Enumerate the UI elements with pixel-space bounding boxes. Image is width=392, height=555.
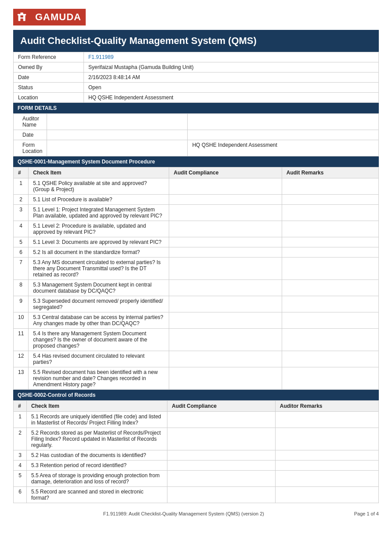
row-compliance xyxy=(169,237,282,247)
form-reference-link[interactable]: F1.911989 xyxy=(88,54,113,60)
row-remarks xyxy=(282,367,378,390)
location-label: Location xyxy=(14,93,84,103)
row-item: 5.4 Has revised document circulated to r… xyxy=(29,351,169,367)
row-compliance xyxy=(167,461,276,471)
row-item: 5.5 Area of storage is providing enough … xyxy=(27,471,167,487)
row-num: 6 xyxy=(14,487,27,503)
table-row: 5 5.5 Area of storage is providing enoug… xyxy=(14,471,379,487)
auditor-name-empty xyxy=(188,114,379,130)
svg-rect-3 xyxy=(20,13,23,15)
section2-col-headers: # Check Item Audit Compliance Auditor Re… xyxy=(14,401,379,412)
form-reference-value: F1.911989 xyxy=(84,52,379,62)
auditor-name-value xyxy=(47,114,188,130)
row-remarks xyxy=(282,296,378,312)
footer: F1.911989: Audit Checklist-Quality Manag… xyxy=(13,511,379,516)
row-compliance xyxy=(167,471,276,487)
row-compliance xyxy=(167,412,276,428)
main-title: Audit Checklist-Quality Management Syste… xyxy=(13,30,379,52)
form-reference-label: Form Reference xyxy=(14,52,84,62)
meta-row-formref: Form Reference F1.911989 xyxy=(14,52,379,62)
row-num: 2 xyxy=(14,195,29,205)
row-item: 5.3 Superseded document removed/ properl… xyxy=(29,296,169,312)
row-remarks xyxy=(282,258,378,280)
form-details-row-date: Date xyxy=(14,130,379,140)
status-label: Status xyxy=(14,83,84,93)
table-row: 5 5.1 Level 3: Documents are approved by… xyxy=(14,237,379,247)
row-remarks xyxy=(282,221,378,237)
row-remarks xyxy=(275,428,378,450)
row-remarks xyxy=(282,280,378,296)
section2-header: QSHE-0002-Control of Records xyxy=(13,390,379,400)
row-num: 3 xyxy=(14,450,27,461)
row-item: 5.2 Records stored as per Masterlist of … xyxy=(27,428,167,450)
form-location-data: HQ QSHE Independent Assessment xyxy=(188,140,379,156)
row-item: 5.3 Central database can be access by in… xyxy=(29,312,169,329)
form-date-label: Date xyxy=(14,130,47,140)
table-row: 4 5.1 Level 2: Procedure is available, u… xyxy=(14,221,379,237)
row-item: 5.5 Record are scanned and stored in ele… xyxy=(27,487,167,503)
section1-table: # Check Item Audit Compliance Audit Rema… xyxy=(13,167,379,390)
table-row: 6 5.5 Record are scanned and stored in e… xyxy=(14,487,379,503)
row-item: 5.1 List of Procedure is available? xyxy=(29,195,169,205)
row-compliance xyxy=(169,258,282,280)
row-compliance xyxy=(169,367,282,390)
row-remarks xyxy=(282,178,378,195)
row-remarks xyxy=(282,205,378,221)
logo-area: GAMUDA xyxy=(13,9,379,25)
row-num: 9 xyxy=(14,296,29,312)
table-row: 9 5.3 Superseded document removed/ prope… xyxy=(14,296,379,312)
row-num: 1 xyxy=(14,178,29,195)
row-remarks xyxy=(275,412,378,428)
row-item: 5.1 Records are uniquely identified (fil… xyxy=(27,412,167,428)
location-value: HQ QSHE Independent Assessment xyxy=(84,93,379,103)
row-compliance xyxy=(169,205,282,221)
svg-rect-4 xyxy=(20,18,24,18)
row-item: 5.1 Level 3: Documents are approved by r… xyxy=(29,237,169,247)
row-num: 3 xyxy=(14,205,29,221)
row-num: 8 xyxy=(14,280,29,296)
row-num: 4 xyxy=(14,461,27,471)
row-num: 11 xyxy=(14,329,29,351)
row-compliance xyxy=(169,329,282,351)
row-remarks xyxy=(282,329,378,351)
row-num: 5 xyxy=(14,471,27,487)
date-value: 2/16/2023 8:48:14 AM xyxy=(84,73,379,83)
status-value: Open xyxy=(84,83,379,93)
row-num: 7 xyxy=(14,258,29,280)
owned-by-value: Syerifaizal Mustapha (Gamuda Building Un… xyxy=(84,62,379,73)
row-remarks xyxy=(282,237,378,247)
row-item: 5.1 QSHE Policy available at site and ap… xyxy=(29,178,169,195)
table-row: 7 5.3 Any MS document circulated to exte… xyxy=(14,258,379,280)
meta-row-location: Location HQ QSHE Independent Assessment xyxy=(14,93,379,103)
row-num: 4 xyxy=(14,221,29,237)
table-row: 1 5.1 QSHE Policy available at site and … xyxy=(14,178,379,195)
col-compliance-2: Audit Compliance xyxy=(167,401,276,412)
row-compliance xyxy=(169,178,282,195)
table-row: 4 5.3 Retention period of record identif… xyxy=(14,461,379,471)
row-compliance xyxy=(169,247,282,258)
row-item: 5.3 Retention period of record identifie… xyxy=(27,461,167,471)
col-remarks-1: Audit Remarks xyxy=(282,167,378,178)
row-num: 6 xyxy=(14,247,29,258)
row-num: 2 xyxy=(14,428,27,450)
row-compliance xyxy=(169,280,282,296)
form-details-row-location: Form Location HQ QSHE Independent Assess… xyxy=(14,140,379,156)
row-item: 5.4 Is there any Management System Docum… xyxy=(29,329,169,351)
auditor-name-label: Auditor Name xyxy=(14,114,47,130)
row-item: 5.5 Revised document has been identified… xyxy=(29,367,169,390)
company-name: GAMUDA xyxy=(35,11,81,23)
row-item: 5.2 Is all document in the standardize f… xyxy=(29,247,169,258)
meta-table: Form Reference F1.911989 Owned By Syerif… xyxy=(13,52,379,103)
col-num-1: # xyxy=(14,167,29,178)
table-row: 1 5.1 Records are uniquely identified (f… xyxy=(14,412,379,428)
section1-col-headers: # Check Item Audit Compliance Audit Rema… xyxy=(14,167,379,178)
row-remarks xyxy=(282,351,378,367)
form-location-label: Form Location xyxy=(14,140,47,156)
row-compliance xyxy=(169,312,282,329)
owned-by-label: Owned By xyxy=(14,62,84,73)
table-row: 6 5.2 Is all document in the standardize… xyxy=(14,247,379,258)
row-item: 5.1 Level 1: Project Integrated Manageme… xyxy=(29,205,169,221)
row-num: 13 xyxy=(14,367,29,390)
meta-row-date: Date 2/16/2023 8:48:14 AM xyxy=(14,73,379,83)
table-row: 3 5.2 Has custodian of the documents is … xyxy=(14,450,379,461)
